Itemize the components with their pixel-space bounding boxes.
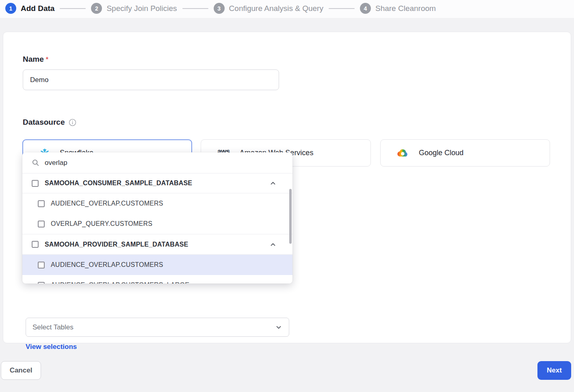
datasource-label: Datasource <box>23 118 65 127</box>
table-option-row[interactable]: OVERLAP_QUERY.CUSTOMERS <box>22 214 292 234</box>
stepper-connector <box>182 8 208 9</box>
chevron-up-icon[interactable] <box>269 180 277 187</box>
step-4-label: Share Cleanroom <box>375 4 436 13</box>
view-selections-link[interactable]: View selections <box>26 343 77 351</box>
step-3-label: Configure Analysis & Query <box>229 4 323 13</box>
name-field-label: Name* <box>23 55 48 64</box>
next-button[interactable]: Next <box>537 361 571 380</box>
table-option-row-clipped[interactable]: AUDIENCE_OVERLAP.CUSTOMERS_LARGE <box>22 275 292 284</box>
checkbox[interactable] <box>32 180 39 187</box>
step-2-circle: 2 <box>91 3 102 14</box>
chevron-down-icon <box>275 324 282 331</box>
chevron-up-icon[interactable] <box>269 241 277 248</box>
table-search-input[interactable] <box>45 159 283 167</box>
google-cloud-icon <box>397 149 409 157</box>
datasource-card-label: Google Cloud <box>419 149 464 157</box>
stepper: 1 Add Data 2 Specify Join Policies 3 Con… <box>5 3 436 14</box>
stepper-connector <box>329 8 355 9</box>
checkbox[interactable] <box>32 241 39 248</box>
dropdown-search-row <box>22 152 292 173</box>
wizard-stepper-bar: 1 Add Data 2 Specify Join Policies 3 Con… <box>0 0 574 18</box>
datasource-card-google-cloud[interactable]: Google Cloud <box>380 139 550 167</box>
step-1-circle: 1 <box>5 3 16 14</box>
stepper-connector <box>60 8 86 9</box>
checkbox[interactable] <box>38 200 45 207</box>
step-2-label: Specify Join Policies <box>106 4 177 13</box>
info-icon[interactable] <box>69 119 76 126</box>
select-tables-placeholder: Select Tables <box>32 323 74 331</box>
step-3-circle: 3 <box>214 3 225 14</box>
database-group-row[interactable]: SAMOOHA_CONSUMER_SAMPLE_DATABASE <box>22 173 292 193</box>
step-4-circle: 4 <box>360 3 371 14</box>
required-asterisk: * <box>46 56 48 63</box>
cancel-button[interactable]: Cancel <box>1 361 41 380</box>
database-group-row[interactable]: SAMOOHA_PROVIDER_SAMPLE_DATABASE <box>22 234 292 255</box>
search-icon <box>32 159 39 167</box>
table-option-row-highlighted[interactable]: AUDIENCE_OVERLAP.CUSTOMERS <box>22 255 292 275</box>
dropdown-scrollbar[interactable] <box>289 189 292 244</box>
checkbox[interactable] <box>38 221 45 227</box>
name-input[interactable] <box>23 69 279 90</box>
tables-dropdown-panel: SAMOOHA_CONSUMER_SAMPLE_DATABASE AUDIENC… <box>22 152 292 284</box>
select-tables-dropdown[interactable]: Select Tables <box>26 318 289 337</box>
checkbox[interactable] <box>38 262 45 269</box>
step-1-label: Add Data <box>21 4 54 13</box>
table-option-row[interactable]: AUDIENCE_OVERLAP.CUSTOMERS <box>22 193 292 214</box>
checkbox[interactable] <box>38 282 45 284</box>
